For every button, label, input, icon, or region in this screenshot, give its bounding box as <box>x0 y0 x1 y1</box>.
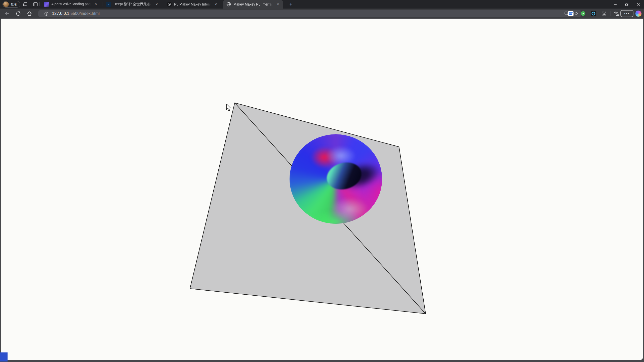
tab-actions-icon[interactable] <box>33 2 38 7</box>
extensions-puzzle-icon[interactable] <box>601 11 607 16</box>
home-icon[interactable] <box>27 11 32 16</box>
tab-strip: 登录 A persuasive landing page-演示文 ✕ › Dee… <box>0 0 644 9</box>
tab-close-icon[interactable]: ✕ <box>94 2 99 7</box>
refresh-icon[interactable] <box>16 11 21 16</box>
new-tab-button[interactable]: + <box>287 1 294 8</box>
toolbar: 127.0.0.1:5500/index.html <box>0 9 644 19</box>
taskbar-fragment <box>0 352 8 361</box>
url-host: 127.0.0.1 <box>52 11 69 16</box>
torus-3d-object <box>290 134 382 224</box>
window-controls <box>609 0 644 9</box>
tab-landing-page[interactable]: A persuasive landing page-演示文 ✕ <box>41 0 101 9</box>
tab-title: P5 Makey Makey Interaction <box>174 2 211 6</box>
tab-close-icon[interactable]: ✕ <box>213 2 218 7</box>
favorites-hub-icon[interactable] <box>614 11 620 16</box>
profile-button[interactable]: 登录 <box>3 1 20 8</box>
address-bar[interactable]: 127.0.0.1:5500/index.html <box>38 10 582 17</box>
landing-page-favicon <box>44 2 49 7</box>
tab-p5-makey[interactable]: P5 Makey Makey Interaction ✕ <box>164 0 221 9</box>
url-text: 127.0.0.1:5500/index.html <box>52 11 100 16</box>
globe-icon <box>226 2 231 7</box>
extension-shield-icon[interactable] <box>580 11 586 16</box>
workspaces-icon[interactable] <box>23 2 28 7</box>
tab-deepl[interactable]: › DeepL翻译: 全世界最准确的翻译 ✕ <box>103 0 162 9</box>
back-icon[interactable] <box>5 11 10 16</box>
p5-favicon <box>167 2 172 7</box>
site-info-icon[interactable] <box>44 12 49 16</box>
restore-button[interactable] <box>621 0 632 9</box>
page-viewport <box>1 19 643 360</box>
avatar <box>3 2 9 7</box>
close-window-button[interactable] <box>632 0 644 9</box>
mouse-cursor <box>226 104 231 111</box>
tab-title: DeepL翻译: 全世界最准确的翻译 <box>113 2 152 7</box>
tab-divider <box>163 2 163 6</box>
url-path: :5500/index.html <box>69 11 100 16</box>
deepl-favicon: › <box>106 2 111 7</box>
favorite-star-icon[interactable] <box>574 11 578 16</box>
extension-dark-app-icon[interactable] <box>591 11 596 16</box>
tab-divider <box>39 2 40 6</box>
minimize-button[interactable] <box>609 0 621 9</box>
copilot-icon[interactable] <box>635 11 641 17</box>
settings-menu-button[interactable]: ••• <box>620 10 633 17</box>
tab-title: A persuasive landing page-演示文 <box>51 2 92 7</box>
profile-label: 登录 <box>11 2 17 7</box>
tab-makey-p5-active[interactable]: Makey Makey P5 Interface ✕ <box>223 0 283 9</box>
tab-close-icon[interactable]: ✕ <box>275 2 280 7</box>
toolbar-divider <box>611 11 611 16</box>
tab-title: Makey Makey P5 Interface <box>233 2 273 6</box>
tab-divider <box>102 2 102 6</box>
tab-close-icon[interactable]: ✕ <box>154 2 159 7</box>
extension-editor-icon[interactable] <box>568 11 574 16</box>
